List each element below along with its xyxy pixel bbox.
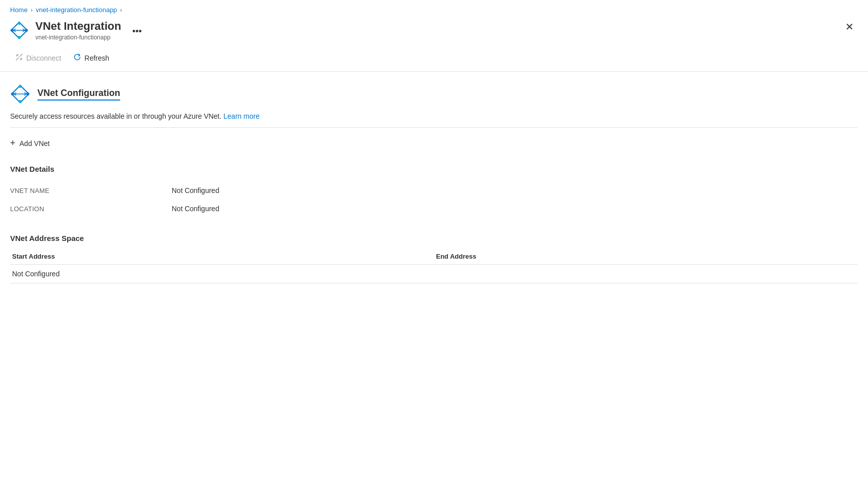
address-table-header-row: Start Address End Address — [10, 249, 858, 265]
svg-point-4 — [18, 36, 21, 39]
breadcrumb-separator-2: › — [120, 7, 122, 14]
breadcrumb-app[interactable]: vnet-integration-functionapp — [36, 6, 117, 14]
svg-point-11 — [19, 85, 22, 88]
section-header: VNet Configuration — [10, 84, 858, 104]
header-text: VNet Integration vnet-integration-functi… — [35, 20, 121, 41]
description: Securely access resources available in o… — [10, 112, 858, 128]
detail-value-location: Not Configured — [172, 205, 219, 213]
page-subtitle: vnet-integration-functionapp — [35, 34, 121, 41]
detail-row-vnetname: VNet NAME Not Configured — [10, 181, 858, 200]
disconnect-button[interactable]: Disconnect — [10, 50, 66, 66]
cell-start-address: Not Configured — [10, 265, 434, 283]
breadcrumb: Home › vnet-integration-functionapp › — [0, 0, 868, 18]
learn-more-link[interactable]: Learn more — [224, 112, 260, 120]
section-title: VNet Configuration — [37, 88, 120, 101]
details-title: VNet Details — [10, 165, 858, 173]
col-end-address: End Address — [434, 249, 858, 265]
detail-label-location: LOCATION — [10, 205, 172, 213]
col-start-address: Start Address — [10, 249, 434, 265]
refresh-button[interactable]: Refresh — [68, 50, 114, 66]
refresh-icon — [73, 53, 81, 63]
header-left: VNet Integration vnet-integration-functi… — [10, 20, 146, 41]
address-space-section: VNet Address Space Start Address End Add… — [10, 234, 858, 283]
disconnect-label: Disconnect — [26, 54, 61, 62]
main-content: VNet Configuration Securely access resou… — [0, 72, 868, 294]
page-title: VNet Integration — [35, 20, 121, 33]
svg-point-12 — [19, 100, 22, 103]
detail-value-vnetname: Not Configured — [172, 186, 219, 194]
toolbar: Disconnect Refresh — [0, 47, 868, 72]
disconnect-icon — [15, 53, 23, 63]
plus-icon: + — [10, 138, 16, 149]
svg-point-6 — [17, 55, 18, 56]
close-button[interactable]: ✕ — [841, 20, 858, 34]
more-menu-button[interactable]: ••• — [128, 26, 146, 37]
add-vnet-label: Add VNet — [20, 139, 50, 148]
section-vnet-icon — [10, 84, 30, 104]
refresh-label: Refresh — [84, 54, 109, 62]
add-vnet-button[interactable]: + Add VNet — [10, 136, 49, 151]
breadcrumb-home[interactable]: Home — [10, 6, 28, 14]
detail-label-vnetname: VNet NAME — [10, 187, 172, 194]
svg-point-3 — [18, 22, 21, 25]
description-text: Securely access resources available in o… — [10, 112, 222, 120]
detail-row-location: LOCATION Not Configured — [10, 200, 858, 218]
vnet-icon — [10, 21, 28, 39]
svg-point-7 — [21, 59, 22, 60]
page-header: VNet Integration vnet-integration-functi… — [0, 18, 868, 47]
address-space-title: VNet Address Space — [10, 234, 858, 242]
cell-end-address — [434, 265, 858, 283]
breadcrumb-separator-1: › — [31, 7, 33, 14]
table-row: Not Configured — [10, 265, 858, 283]
vnet-details-section: VNet Details VNet NAME Not Configured LO… — [10, 165, 858, 218]
address-table: Start Address End Address Not Configured — [10, 249, 858, 283]
